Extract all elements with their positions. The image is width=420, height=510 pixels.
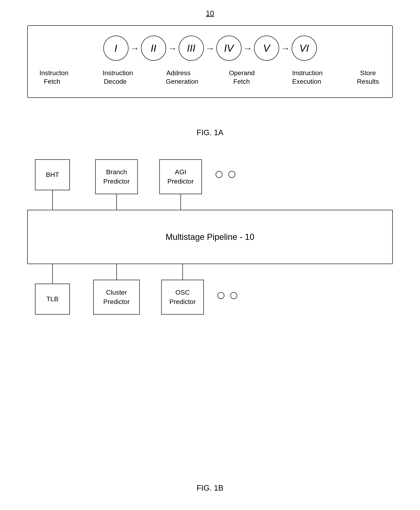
osc-pred-connector: [182, 264, 183, 280]
top-dots: [216, 171, 235, 178]
branch-predictor-box: BranchPredictor: [95, 159, 138, 194]
cluster-predictor-box: ClusterPredictor: [93, 280, 140, 315]
arrow-2: →: [168, 43, 177, 54]
stage-label-5: InstructionExecution: [292, 68, 317, 86]
arrow-3: →: [205, 43, 215, 54]
cluster-pred-connector: [116, 264, 117, 280]
osc-predictor-box: OSCPredictor: [161, 280, 204, 315]
stage-circle-6: VI: [292, 36, 317, 61]
arrow-5: →: [281, 43, 290, 54]
stage-label-4: OperandFetch: [229, 68, 254, 86]
fig1a-caption: FIG. 1A: [197, 128, 224, 137]
fig1a-diagram: I → II → III → IV → V → VI InstructonFet…: [27, 25, 393, 98]
page-number: 10: [206, 9, 214, 18]
fig1b-caption: FIG. 1B: [197, 484, 224, 492]
stage-circle-2: II: [141, 36, 166, 61]
tlb-connector: [52, 264, 53, 284]
top-boxes: BHT BranchPredictor AGIPredictor: [27, 159, 393, 210]
agi-predictor-box: AGIPredictor: [159, 159, 202, 194]
pipeline-box: Multistage Pipeline - 10: [27, 210, 393, 264]
arrow-4: →: [243, 43, 252, 54]
branch-pred-connector: [116, 194, 117, 210]
bottom-dot-1: [218, 292, 225, 299]
stage-label-6: StoreResults: [355, 68, 381, 86]
pipeline-stages: I → II → III → IV → V → VI: [103, 36, 317, 61]
bottom-dot-2: [230, 292, 237, 299]
bottom-boxes: TLB ClusterPredictor OSCPredictor: [27, 264, 393, 315]
bht-box: BHT: [35, 159, 70, 190]
stage-circle-5: V: [254, 36, 279, 61]
fig1b-diagram: BHT BranchPredictor AGIPredictor Multist…: [27, 159, 393, 315]
arrow-1: →: [130, 43, 139, 54]
tlb-box: TLB: [35, 284, 70, 315]
stage-label-2: InstructionDecode: [103, 68, 128, 86]
top-dot-2: [228, 171, 235, 178]
pipeline-label: Multistage Pipeline - 10: [166, 232, 254, 242]
stage-label-3: AddressGeneration: [166, 68, 191, 86]
bottom-dots: [218, 292, 237, 299]
stage-label-1: InstructonFetch: [39, 68, 65, 86]
bht-connector: [52, 190, 53, 210]
stage-circle-4: IV: [216, 36, 241, 61]
stage-circle-3: III: [179, 36, 204, 61]
stage-circle-1: I: [103, 36, 128, 61]
agi-pred-connector: [180, 194, 181, 210]
top-dot-1: [216, 171, 223, 178]
